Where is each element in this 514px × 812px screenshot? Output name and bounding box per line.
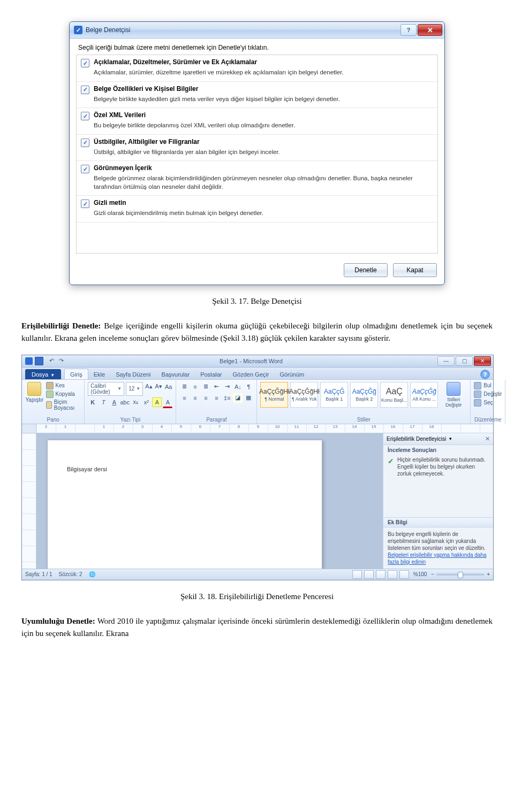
show-formatting-icon[interactable]: ¶ bbox=[244, 382, 253, 392]
taskpane-header[interactable]: Erişilebilirlik Denetleyicisi ▼ ✕ bbox=[383, 433, 493, 445]
align-center-icon[interactable]: ≡ bbox=[190, 393, 200, 403]
format-painter-icon[interactable] bbox=[46, 401, 52, 409]
status-lang-icon[interactable]: 🌐 bbox=[89, 571, 95, 577]
change-styles-button[interactable]: Stilleri Değiştir bbox=[440, 382, 467, 408]
option-label: Görünmeyen İçerik bbox=[94, 164, 152, 172]
status-page[interactable]: Sayfa: 1 / 1 bbox=[25, 571, 52, 577]
inspection-option: ✓ Açıklamalar, Düzeltmeler, Sürümler ve … bbox=[77, 55, 437, 82]
view-draft-icon[interactable] bbox=[399, 570, 409, 579]
status-words[interactable]: Sözcük: 2 bbox=[59, 571, 82, 577]
ribbon-group-paragraph: ≣ ≡ ≣ ⇤ ⇥ A↓ ¶ ≡ ≡ ≡ ≡ ‡≡ ◪ ▦ bbox=[176, 380, 257, 424]
tab-references[interactable]: Başvurular bbox=[156, 369, 195, 379]
justify-icon[interactable]: ≡ bbox=[211, 393, 221, 403]
document-area[interactable]: Bilgisayar dersi bbox=[36, 433, 383, 569]
line-spacing-icon[interactable]: ‡≡ bbox=[222, 393, 232, 403]
save-icon[interactable] bbox=[35, 357, 43, 365]
italic-icon[interactable]: T bbox=[99, 397, 108, 407]
cut-icon[interactable] bbox=[46, 382, 54, 389]
inspect-button[interactable]: Denetle bbox=[344, 263, 388, 277]
multilevel-icon[interactable]: ≣ bbox=[201, 382, 210, 392]
change-case-icon[interactable]: Aa bbox=[164, 382, 172, 392]
help-button[interactable]: ? bbox=[400, 24, 417, 36]
undo-icon[interactable]: ↶ bbox=[47, 356, 56, 366]
zoom-slider[interactable] bbox=[436, 573, 485, 576]
dialog-titlebar[interactable]: ✓ Belge Denetçisi ? ✕ bbox=[70, 22, 444, 39]
checkbox[interactable]: ✓ bbox=[81, 59, 89, 67]
checkbox[interactable]: ✓ bbox=[81, 165, 89, 173]
info-link[interactable]: Belgeleri erişilebilir yapma hakkında da… bbox=[388, 552, 487, 565]
tab-home[interactable]: Giriş bbox=[64, 369, 88, 379]
checkbox[interactable]: ✓ bbox=[81, 112, 89, 120]
find-icon[interactable] bbox=[474, 382, 481, 389]
select-icon[interactable] bbox=[474, 399, 481, 407]
borders-icon[interactable]: ▦ bbox=[244, 393, 253, 403]
minimize-button[interactable]: — bbox=[437, 356, 455, 366]
checkbox[interactable]: ✓ bbox=[81, 200, 89, 208]
increase-indent-icon[interactable]: ⇥ bbox=[222, 382, 232, 392]
strikethrough-icon[interactable]: abc bbox=[120, 397, 130, 407]
tab-view[interactable]: Görünüm bbox=[274, 369, 309, 379]
close-icon[interactable]: ✕ bbox=[418, 24, 442, 36]
highlight-icon[interactable]: A bbox=[152, 397, 162, 407]
bold-icon[interactable]: K bbox=[88, 397, 97, 407]
zoom-label[interactable]: %100 bbox=[413, 571, 427, 577]
style-tile-heading1[interactable]: AaÇçĞBaşlık 1 bbox=[320, 382, 348, 408]
ruler-num: 17 bbox=[403, 424, 422, 433]
help-icon[interactable]: ? bbox=[480, 370, 490, 379]
tab-review[interactable]: Gözden Geçir bbox=[228, 369, 275, 379]
font-size-dropdown[interactable]: 12▼ bbox=[126, 382, 143, 396]
subscript-icon[interactable]: x₂ bbox=[131, 397, 140, 407]
taskpane-title: Erişilebilirlik Denetleyicisi bbox=[387, 436, 446, 442]
maximize-button[interactable]: ▢ bbox=[456, 356, 473, 366]
word-titlebar[interactable]: ↶ ↷ Belge1 - Microsoft Word — ▢ ✕ bbox=[22, 355, 493, 367]
view-web-icon[interactable] bbox=[376, 570, 386, 579]
document-page[interactable]: Bilgisayar dersi bbox=[47, 440, 322, 569]
ribbon-group-styles: AaÇçĞğHł¶ Normal AaÇçĞğHł¶ Aralık Yok Aa… bbox=[257, 380, 471, 424]
shrink-font-icon[interactable]: A▾ bbox=[155, 382, 163, 392]
replace-icon[interactable] bbox=[474, 390, 481, 398]
tab-insert[interactable]: Ekle bbox=[88, 369, 110, 379]
zoom-out-button[interactable]: − bbox=[431, 571, 434, 577]
style-tile-title[interactable]: AaÇKonu Başl... bbox=[380, 382, 408, 408]
file-tab[interactable]: Dosya▼ bbox=[25, 369, 61, 379]
ruler-num: 3 bbox=[133, 424, 152, 433]
style-tile-nospacing[interactable]: AaÇçĞğHł¶ Aralık Yok bbox=[290, 382, 318, 408]
chevron-down-icon: ▼ bbox=[50, 373, 55, 378]
numbering-icon[interactable]: ≡ bbox=[190, 382, 200, 392]
font-color-icon[interactable]: A bbox=[163, 397, 172, 408]
ruler-horizontal[interactable]: 2 1 1 2 3 4 5 6 7 8 9 10 11 12 13 14 15 … bbox=[22, 424, 493, 433]
decrease-indent-icon[interactable]: ⇤ bbox=[211, 382, 221, 392]
style-sample: AaÇçĞğHł bbox=[259, 388, 290, 395]
view-print-layout-icon[interactable] bbox=[352, 570, 362, 579]
chevron-down-icon[interactable]: ▼ bbox=[448, 436, 452, 441]
align-right-icon[interactable]: ≡ bbox=[201, 393, 210, 403]
ruler-num: 14 bbox=[345, 424, 364, 433]
close-button[interactable]: Kapat bbox=[393, 263, 437, 277]
tab-mailings[interactable]: Postalar bbox=[195, 369, 227, 379]
close-icon[interactable]: ✕ bbox=[485, 435, 490, 442]
redo-icon[interactable]: ↷ bbox=[56, 356, 66, 366]
view-outline-icon[interactable] bbox=[388, 570, 397, 579]
checkbox[interactable]: ✓ bbox=[81, 86, 89, 94]
window-close-button[interactable]: ✕ bbox=[474, 356, 491, 366]
word-app-icon[interactable] bbox=[25, 357, 33, 365]
style-tile-heading2[interactable]: AaÇçĞğBaşlık 2 bbox=[350, 382, 378, 408]
style-tile-normal[interactable]: AaÇçĞğHł¶ Normal bbox=[260, 382, 288, 408]
tab-layout[interactable]: Sayfa Düzeni bbox=[110, 369, 156, 379]
shading-icon[interactable]: ◪ bbox=[233, 393, 243, 403]
zoom-thumb[interactable] bbox=[458, 572, 463, 578]
font-name-dropdown[interactable]: Calibri (Gövde)▼ bbox=[88, 382, 124, 396]
superscript-icon[interactable]: x² bbox=[141, 397, 151, 407]
checkbox[interactable]: ✓ bbox=[81, 139, 89, 147]
zoom-in-button[interactable]: + bbox=[487, 571, 490, 577]
view-fullscreen-icon[interactable] bbox=[364, 570, 374, 579]
style-tile-subtitle[interactable]: AaÇçĞğAlt Konu ... bbox=[410, 382, 438, 408]
grow-font-icon[interactable]: A▴ bbox=[145, 382, 153, 392]
copy-icon[interactable] bbox=[46, 390, 54, 398]
paste-button[interactable]: Yapıştır bbox=[25, 382, 44, 403]
ruler-vertical[interactable] bbox=[22, 433, 36, 569]
align-left-icon[interactable]: ≡ bbox=[179, 393, 189, 403]
bullets-icon[interactable]: ≣ bbox=[179, 382, 189, 392]
underline-icon[interactable]: A bbox=[109, 397, 119, 407]
sort-icon[interactable]: A↓ bbox=[233, 382, 243, 392]
